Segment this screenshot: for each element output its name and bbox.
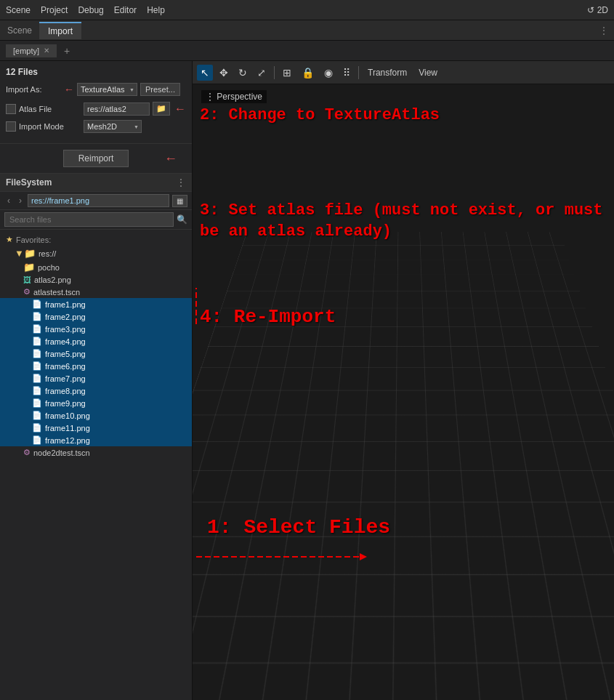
png-icon: 📄 [32,411,42,420]
menu-editor[interactable]: Editor [114,5,137,15]
filesystem-header: FileSystem ⋮ [0,174,192,192]
view-mode-button[interactable]: ▦ [172,195,187,207]
atlas-file-label: Atlas File [19,105,81,113]
snap-tool-button[interactable]: ⊞ [279,65,295,81]
import-mode-label: Import Mode [19,122,81,131]
png-icon: 📄 [32,324,42,334]
lock-tool-button[interactable]: 🔒 [298,65,318,81]
editor-tab-close-icon[interactable]: ✕ [44,47,49,55]
tree-item-atlastest[interactable]: ⚙ atlastest.tscn [0,286,192,298]
extra-tool-button[interactable]: ⠿ [339,65,354,81]
annotation-step2: 2: Change to TextureAtlas [200,106,440,125]
nav-back-button[interactable]: ‹ [4,194,13,207]
atlas-file-folder-button[interactable]: 📁 [153,102,170,116]
atlas-file-checkbox[interactable] [6,104,16,114]
tree-item-label: frame9.png [45,399,86,408]
tscn-icon: ⚙ [23,287,31,297]
viewport-toolbar: ↖ ✥ ↻ ⤢ ⊞ 🔒 ◉ ⠿ Transform View [193,61,614,84]
left-panel: 12 Files Import As: ← TextureAtlas Textu… [0,61,193,700]
view3d-tool-button[interactable]: ◉ [320,65,336,81]
tree-item-label: frame12.png [45,436,90,445]
editor-tab-label: [empty] [13,47,39,55]
scale-tool-button[interactable]: ⤢ [254,65,270,81]
favorites-label: ★ Favorites: [0,233,192,246]
reimport-button[interactable]: Reimport [63,150,129,167]
transform-label[interactable]: Transform [363,68,411,78]
tree-item-label: frame6.png [45,362,86,371]
tree-item-frame5[interactable]: 📄 frame5.png [0,347,192,360]
perspective-label: ⋮ Perspective [201,90,267,103]
tree-item-label: frame5.png [45,350,86,358]
tree-item-frame4[interactable]: 📄 frame4.png [0,335,192,347]
import-mode-row: Import Mode Mesh2D Sprite2D AnimatedSpri… [6,120,186,133]
search-icon[interactable]: 🔍 [177,214,187,225]
tree-item-pocho[interactable]: 📁 pocho [0,260,192,274]
import-mode-checkbox[interactable] [6,121,16,132]
reimport-area: Reimport ← [0,144,192,174]
tab-options-button[interactable]: ⋮ [594,25,614,36]
tscn-icon: ⚙ [23,448,31,457]
tree-item-label: pocho [38,263,60,272]
search-input[interactable] [4,212,174,227]
import-as-row: Import As: ← TextureAtlas Texture Image … [6,83,186,96]
tree-item-label: frame2.png [45,313,86,321]
import-mode-dropdown[interactable]: Mesh2D Sprite2D AnimatedSprite2D [84,120,142,133]
type-dropdown[interactable]: TextureAtlas Texture Image [77,83,137,96]
cursor-tool-button[interactable]: ↖ [197,65,213,81]
tree-item-label: frame11.png [45,424,90,433]
png-icon: 📄 [32,349,42,358]
tree-item-node2dtest[interactable]: ⚙ node2dtest.tscn [0,446,192,459]
search-bar: 🔍 [0,210,192,230]
editor-tab-empty[interactable]: [empty] ✕ [6,44,57,57]
perspective-dropdown-icon: ⋮ [206,92,217,102]
tab-scene[interactable]: Scene [0,25,39,36]
tree-item-res[interactable]: ▼📁 res:// [0,246,192,260]
tree-item-frame12[interactable]: 📄 frame12.png [0,434,192,446]
folder-icon: 📁 [23,262,35,273]
mode-2d[interactable]: ↺ 2D [587,5,608,15]
menu-project[interactable]: Project [41,5,68,15]
files-count: 12 Files [6,67,186,77]
viewport: ⋮ Perspective 2: Change to TextureAtlas … [193,84,614,700]
toolbar-divider-1 [274,66,275,79]
tree-item-frame2[interactable]: 📄 frame2.png [0,310,192,323]
nav-forward-button[interactable]: › [16,194,25,207]
reimport-arrow-icon: ← [164,151,177,166]
view-label[interactable]: View [414,68,442,78]
folder-icon: ▼📁 [15,248,36,259]
tree-item-frame7[interactable]: 📄 frame7.png [0,372,192,385]
toolbar-divider-2 [358,66,359,79]
tree-item-label: frame7.png [45,374,86,383]
viewport-grid [193,232,614,700]
tree-item-frame8[interactable]: 📄 frame8.png [0,385,192,397]
tree-item-label: frame1.png [45,300,86,309]
png-icon: 📄 [32,435,42,445]
nav-path: res://frame1.png [28,194,169,207]
tree-item-frame11[interactable]: 📄 frame11.png [0,422,192,434]
tree-item-label: atlastest.tscn [33,288,80,297]
png-icon: 📄 [32,386,42,395]
menu-debug[interactable]: Debug [78,5,103,15]
filesystem-options-button[interactable]: ⋮ [176,177,186,188]
import-as-label: Import As: [6,85,64,94]
menu-bar: Scene Project Debug Editor Help ↺ 2D [0,0,614,20]
tab-import[interactable]: Import [39,22,81,39]
filesystem-nav-bar: ‹ › res://frame1.png ▦ [0,192,192,210]
tree-item-atlas2png[interactable]: 🖼 atlas2.png [0,274,192,286]
tree-item-frame3[interactable]: 📄 frame3.png [0,323,192,335]
tree-item-frame10[interactable]: 📄 frame10.png [0,409,192,422]
tree-item-frame1[interactable]: 📄 frame1.png [0,298,192,310]
tree-item-frame9[interactable]: 📄 frame9.png [0,397,192,409]
menu-help[interactable]: Help [147,5,165,15]
tree-item-frame6[interactable]: 📄 frame6.png [0,360,192,372]
tree-item-label: res:// [39,249,56,258]
filesystem-section: FileSystem ⋮ ‹ › res://frame1.png ▦ 🔍 ★ … [0,174,192,700]
menu-scene[interactable]: Scene [6,5,31,15]
add-tab-button[interactable]: + [61,45,73,57]
png-icon: 📄 [32,312,42,321]
rotate-tool-button[interactable]: ↻ [235,65,251,81]
import-controls: TextureAtlas Texture Image Preset... [77,83,186,96]
right-panel: ↖ ✥ ↻ ⤢ ⊞ 🔒 ◉ ⠿ Transform View ⋮ Perspec… [193,61,614,700]
move-tool-button[interactable]: ✥ [216,65,232,81]
preset-button[interactable]: Preset... [140,83,180,96]
